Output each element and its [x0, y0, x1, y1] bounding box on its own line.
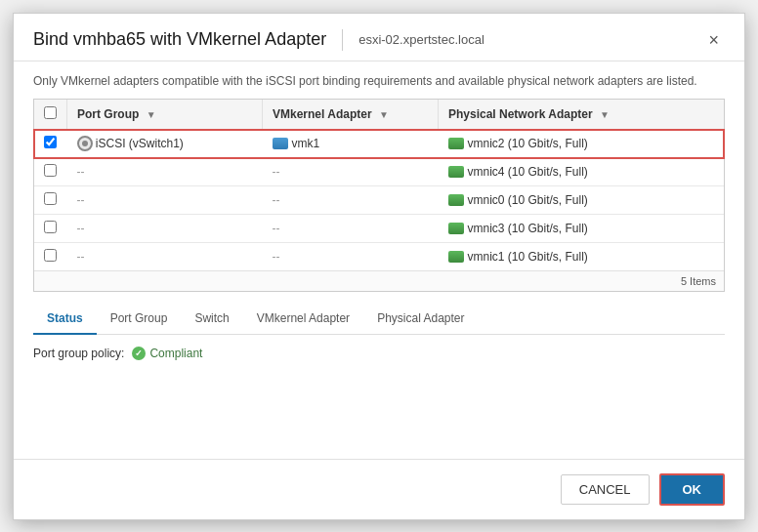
adapters-table: Port Group ▼ VMkernel Adapter ▼ Physical…	[34, 100, 724, 270]
tab-port_group[interactable]: Port Group	[97, 304, 182, 335]
row-checkbox[interactable]	[44, 249, 57, 262]
row-checkbox[interactable]	[44, 136, 57, 148]
tab-switch[interactable]: Switch	[181, 304, 242, 335]
vmkernel-cell: --	[263, 158, 439, 186]
port-group-cell: --	[67, 186, 263, 215]
port-group-dash: --	[77, 222, 85, 235]
table-body: iSCSI (vSwitch1)vmk1vmnic2 (10 Gbit/s, F…	[34, 130, 724, 271]
row-checkbox-cell	[34, 186, 67, 215]
tabs-list: StatusPort GroupSwitchVMkernel AdapterPh…	[33, 304, 725, 334]
physical-adapter-cell: vmnic2 (10 Gbit/s, Full)	[439, 130, 725, 158]
physical-adapter-label: vmnic2 (10 Gbit/s, Full)	[468, 137, 588, 150]
tab-physical_adapter[interactable]: Physical Adapter	[363, 304, 478, 335]
vmkernel-cell: vmk1	[263, 130, 439, 158]
header-check	[34, 100, 67, 130]
dialog-footer: CANCEL OK	[14, 459, 744, 519]
dialog-header: Bind vmhba65 with VMkernel Adapter esxi-…	[14, 14, 744, 61]
physical-adapter-icon	[448, 251, 464, 263]
policy-value: Compliant	[149, 347, 202, 360]
ok-button[interactable]: OK	[659, 473, 726, 506]
row-checkbox[interactable]	[44, 221, 57, 233]
port-group-cell: --	[67, 158, 263, 186]
dialog-title-area: Bind vmhba65 with VMkernel Adapter esxi-…	[33, 29, 484, 51]
info-text: Only VMkernel adapters compatible with t…	[33, 73, 725, 90]
items-count: 5 Items	[34, 270, 724, 291]
tab-vmkernel_adapter[interactable]: VMkernel Adapter	[243, 304, 363, 335]
port-group-icon	[77, 136, 93, 151]
table-row[interactable]: iSCSI (vSwitch1)vmk1vmnic2 (10 Gbit/s, F…	[34, 130, 724, 158]
row-checkbox-cell	[34, 130, 67, 158]
table-header-row: Port Group ▼ VMkernel Adapter ▼ Physical…	[34, 100, 724, 130]
vmkernel-dash: --	[273, 193, 280, 207]
cancel-button[interactable]: CANCEL	[561, 474, 650, 505]
physical-adapter-icon	[448, 138, 464, 149]
table-row[interactable]: ----vmnic3 (10 Gbit/s, Full)	[34, 215, 724, 243]
table-row[interactable]: ----vmnic1 (10 Gbit/s, Full)	[34, 243, 724, 271]
physical-adapter-cell: vmnic4 (10 Gbit/s, Full)	[439, 158, 725, 186]
dialog-subtitle: esxi-02.xpertstec.local	[358, 32, 484, 47]
compliant-badge: Compliant	[132, 347, 202, 360]
vmkernel-cell: --	[263, 186, 439, 215]
tabs-section: StatusPort GroupSwitchVMkernel AdapterPh…	[33, 304, 725, 335]
physical-filter-icon[interactable]: ▼	[600, 109, 610, 120]
physical-adapter-label: vmnic1 (10 Gbit/s, Full)	[468, 250, 588, 264]
port-group-label: iSCSI (vSwitch1)	[96, 137, 184, 150]
policy-row: Port group policy: Compliant	[33, 347, 725, 360]
tab-content-status: Port group policy: Compliant	[33, 335, 725, 372]
header-port-group: Port Group ▼	[67, 100, 263, 130]
compliant-icon	[132, 347, 146, 360]
vmkernel-dash: --	[273, 250, 280, 264]
vmkernel-filter-icon[interactable]: ▼	[379, 109, 389, 120]
physical-adapter-label: vmnic4 (10 Gbit/s, Full)	[468, 165, 588, 179]
physical-adapter-cell: vmnic0 (10 Gbit/s, Full)	[439, 186, 725, 215]
vmkernel-dash: --	[273, 165, 280, 179]
policy-label: Port group policy:	[33, 347, 124, 360]
row-checkbox-cell	[34, 158, 67, 186]
table-row[interactable]: ----vmnic0 (10 Gbit/s, Full)	[34, 186, 724, 215]
header-physical: Physical Network Adapter ▼	[439, 100, 725, 130]
dialog-title: Bind vmhba65 with VMkernel Adapter	[33, 29, 326, 50]
table-row[interactable]: ----vmnic4 (10 Gbit/s, Full)	[34, 158, 724, 186]
vmkernel-dash: --	[273, 222, 280, 235]
row-checkbox-cell	[34, 243, 67, 271]
tab-status[interactable]: Status	[33, 304, 97, 335]
physical-adapter-cell: vmnic1 (10 Gbit/s, Full)	[439, 243, 725, 271]
port-group-cell: --	[67, 243, 263, 271]
physical-adapter-icon	[448, 166, 464, 178]
dialog-body: Only VMkernel adapters compatible with t…	[14, 61, 744, 459]
vmkernel-cell: --	[263, 215, 439, 243]
row-checkbox[interactable]	[44, 192, 57, 205]
port-group-cell: --	[67, 215, 263, 243]
physical-adapter-cell: vmnic3 (10 Gbit/s, Full)	[439, 215, 725, 243]
close-button[interactable]: ×	[702, 29, 725, 51]
physical-adapter-label: vmnic3 (10 Gbit/s, Full)	[468, 222, 588, 235]
port-group-dash: --	[77, 250, 85, 264]
port-group-dash: --	[77, 165, 85, 179]
port-group-cell: iSCSI (vSwitch1)	[67, 130, 263, 158]
vmkernel-icon	[273, 138, 288, 149]
table-container: Port Group ▼ VMkernel Adapter ▼ Physical…	[33, 99, 725, 292]
physical-adapter-icon	[448, 223, 464, 234]
physical-adapter-icon	[448, 194, 464, 206]
vmkernel-label: vmk1	[292, 137, 320, 150]
select-all-checkbox[interactable]	[44, 106, 57, 119]
row-checkbox[interactable]	[44, 164, 57, 177]
title-divider	[342, 29, 343, 51]
port-group-filter-icon[interactable]: ▼	[147, 109, 156, 120]
row-checkbox-cell	[34, 215, 67, 243]
bind-vmkernel-dialog: Bind vmhba65 with VMkernel Adapter esxi-…	[13, 13, 745, 520]
header-vmkernel: VMkernel Adapter ▼	[263, 100, 439, 130]
vmkernel-cell: --	[263, 243, 439, 271]
port-group-dash: --	[77, 193, 85, 207]
physical-adapter-label: vmnic0 (10 Gbit/s, Full)	[468, 193, 588, 207]
